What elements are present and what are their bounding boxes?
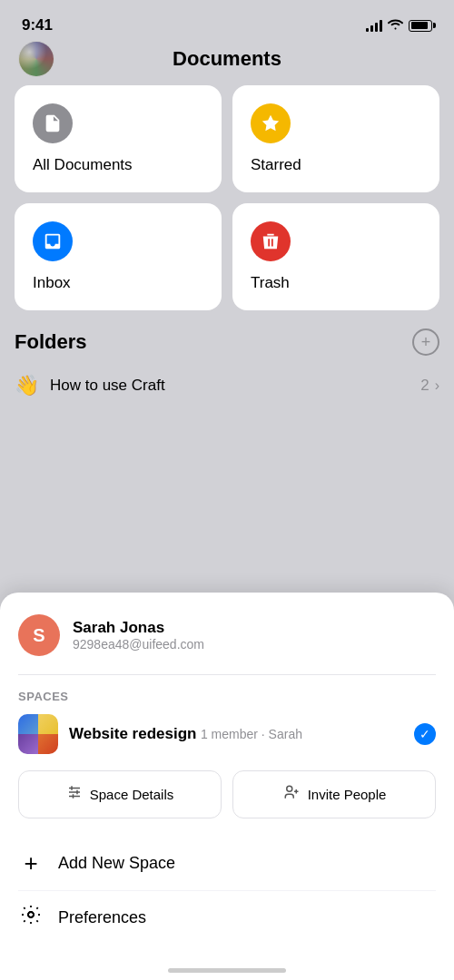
all-documents-card[interactable]: All Documents [15, 85, 222, 192]
inbox-icon [33, 221, 73, 261]
invite-people-label: Invite People [308, 787, 387, 802]
trash-icon [251, 221, 291, 261]
add-folder-button[interactable]: + [412, 328, 439, 356]
space-meta: 1 member · Sarah [201, 727, 302, 741]
user-name: Sarah Jonas [73, 619, 204, 637]
svg-point-13 [28, 912, 34, 917]
add-space-label: Add New Space [58, 854, 175, 873]
starred-label: Starred [251, 156, 421, 174]
user-avatar: S [18, 614, 60, 656]
sliders-icon [66, 784, 83, 805]
folders-header: Folders + [15, 328, 439, 356]
bottom-sheet: S Sarah Jonas 9298ea48@uifeed.com SPACES… [0, 593, 454, 980]
user-section: S Sarah Jonas 9298ea48@uifeed.com [18, 614, 436, 656]
divider [18, 674, 436, 675]
header: Documents [0, 40, 454, 85]
folders-section: Folders + 👋 How to use Craft 2 › [0, 328, 454, 416]
inbox-card[interactable]: Inbox [15, 203, 222, 310]
user-email: 9298ea48@uifeed.com [73, 637, 204, 652]
inbox-label: Inbox [33, 274, 203, 292]
folder-name: How to use Craft [50, 377, 165, 395]
action-buttons: Space Details Invite People [18, 770, 436, 818]
preferences-label: Preferences [58, 908, 146, 927]
space-info: Website redesign 1 member · Sarah [69, 725, 403, 743]
space-details-label: Space Details [90, 787, 174, 802]
svg-point-9 [286, 786, 291, 791]
trash-label: Trash [251, 274, 421, 292]
folders-title: Folders [15, 330, 86, 354]
user-info: Sarah Jonas 9298ea48@uifeed.com [73, 619, 204, 652]
all-documents-icon [33, 103, 73, 143]
trash-card[interactable]: Trash [232, 203, 439, 310]
gear-icon [18, 904, 44, 931]
starred-card[interactable]: Starred [232, 85, 439, 192]
folder-item[interactable]: 👋 How to use Craft 2 › [15, 367, 439, 405]
page-title: Documents [173, 47, 281, 71]
preferences-menu-item[interactable]: Preferences [18, 890, 436, 944]
folder-emoji: 👋 [15, 374, 39, 397]
add-person-icon [282, 784, 301, 805]
invite-people-button[interactable]: Invite People [232, 770, 436, 818]
starred-icon [251, 103, 291, 143]
documents-grid: All Documents Starred Inbox Trash [0, 85, 454, 328]
signal-icon [366, 19, 382, 32]
space-name: Website redesign [69, 725, 196, 742]
plus-icon: + [18, 849, 44, 877]
space-selected-icon: ✓ [414, 723, 436, 745]
space-item[interactable]: Website redesign 1 member · Sarah ✓ [18, 714, 436, 754]
spaces-label: SPACES [18, 690, 436, 703]
all-documents-label: All Documents [33, 156, 203, 174]
space-details-button[interactable]: Space Details [18, 770, 222, 818]
add-space-menu-item[interactable]: + Add New Space [18, 837, 436, 890]
wifi-icon [388, 18, 403, 33]
status-icons [366, 18, 432, 33]
home-indicator [168, 968, 286, 973]
chevron-right-icon: › [435, 377, 439, 394]
battery-icon [409, 20, 432, 32]
status-time: 9:41 [22, 16, 53, 34]
folder-count: 2 [420, 377, 429, 395]
space-thumbnail [18, 714, 58, 754]
status-bar: 9:41 [0, 0, 454, 40]
user-avatar-header[interactable] [18, 41, 54, 77]
